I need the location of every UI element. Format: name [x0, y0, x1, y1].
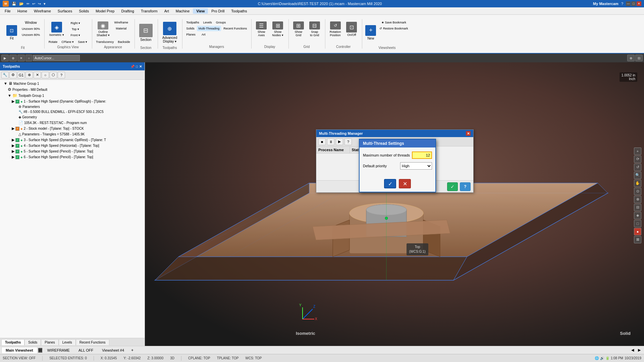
tree-node-2[interactable]: ▶ ✓ ● 2 - Stock model - [Tplane: Top] - … — [0, 126, 145, 131]
show-grid-button[interactable]: ⊞ ShowGrid — [291, 20, 306, 39]
tp-tool8[interactable]: ? — [58, 72, 65, 78]
menu-model-prep[interactable]: Model Prep — [92, 8, 118, 14]
nav-extra4[interactable]: □ — [634, 220, 641, 227]
nav-rotate1[interactable]: ⟳ — [634, 156, 641, 163]
tree-node-toolpath-group[interactable]: ▼ 📁 Toolpath Group 1 — [0, 93, 145, 99]
unzoom80-button[interactable]: Unzoom 80% — [20, 32, 42, 38]
top-view-button[interactable]: Top ▾ — [67, 26, 84, 32]
section-button[interactable]: ⊟ Section — [137, 20, 155, 45]
tree-node-5[interactable]: ▶ ✓ ● 5 - Surface High Speed (Pencil) - … — [0, 148, 145, 154]
show-nodes-button[interactable]: ⊞ ShowNodes ▾ — [270, 20, 286, 39]
nav-plus[interactable]: + — [634, 147, 641, 155]
tree-node-3[interactable]: ▶ ✓ ● 3 - Surface High Speed (Dynamic Op… — [0, 137, 145, 143]
menu-pro-drill[interactable]: Pro Drill — [208, 8, 228, 14]
tp-pin-button[interactable]: 📌 — [130, 65, 135, 68]
tp-tool4[interactable]: ⊕ — [25, 72, 33, 78]
tp-tool7[interactable]: ⬡ — [50, 72, 57, 78]
menu-surfaces[interactable]: Surfaces — [54, 8, 75, 14]
tp-tab-toolpaths[interactable]: Toolpaths — [1, 339, 24, 345]
tp-tool6[interactable]: ○ — [42, 72, 49, 78]
nav-extra3[interactable]: ◈ — [634, 212, 641, 219]
viewport[interactable]: Z X Y Isometric Solid Top (WCS:G:1) 1.00… — [145, 62, 644, 346]
toolpaths-mgr-button[interactable]: Toolpaths — [184, 20, 201, 25]
show-axes-button[interactable]: ☰ ShowAxes — [254, 20, 269, 39]
menu-solids[interactable]: Solids — [75, 8, 92, 14]
translucency-button[interactable]: Translucency — [94, 39, 115, 45]
tp-tool5[interactable]: ✕ — [34, 72, 41, 78]
right-view-button[interactable]: Right ▾ — [67, 20, 84, 26]
mt-manager-ok[interactable]: ✓ — [447, 182, 458, 191]
groups-button[interactable]: Groups — [214, 20, 228, 25]
help-icon[interactable]: ? — [621, 2, 623, 6]
nav-extra6[interactable]: ⊠ — [634, 236, 641, 243]
tp-tool1[interactable]: 🔧 — [1, 72, 9, 78]
menu-transform[interactable]: Transform — [138, 8, 161, 14]
mt-help-btn[interactable]: ? — [344, 138, 352, 145]
levels-button[interactable]: Levels — [202, 20, 214, 25]
mt-settings-cancel[interactable]: ✕ — [399, 179, 411, 188]
view-options-btn[interactable]: ⊕ — [627, 55, 635, 61]
material-button[interactable]: Material — [113, 26, 130, 31]
tp-tool2[interactable]: ⚙ — [9, 72, 17, 78]
planes-button[interactable]: Planes — [184, 32, 197, 37]
recent-functions-button[interactable]: Recent Functions — [222, 26, 249, 31]
menu-drafting[interactable]: Drafting — [118, 8, 138, 14]
nav-rotate2[interactable]: ↺ — [634, 164, 641, 171]
menu-art[interactable]: Art — [161, 8, 172, 14]
checkbox-5[interactable]: ✓ — [15, 149, 19, 154]
tab-add-btn[interactable]: + — [128, 347, 136, 354]
sub-btn1[interactable]: ▶ — [1, 55, 9, 61]
tree-node-1[interactable]: ▶ ✓ ● 1 - Surface High Speed (Dynamic Op… — [0, 99, 145, 104]
save-bookmark-button[interactable]: ★ Save Bookmark — [378, 20, 410, 25]
priority-select[interactable]: Low Normal High Realtime — [400, 162, 432, 170]
nav-extra2[interactable]: ⊟ — [634, 204, 641, 211]
checkbox-4[interactable]: ✓ — [15, 144, 19, 148]
nav-extra1[interactable]: ⊕ — [634, 196, 641, 203]
isometric-button[interactable]: ◈ Isometric ▾ — [47, 20, 66, 39]
view-toggle-btn[interactable]: ⊟ — [635, 55, 643, 61]
mt-pause-btn[interactable]: ⏸ — [327, 138, 334, 145]
tree-node-6[interactable]: ▶ ✓ ● 6 - Surface High Speed (Pencil) - … — [0, 154, 145, 160]
menu-wireframe[interactable]: Wireframe — [31, 8, 54, 14]
tree-node-tool1[interactable]: 🔧 #8 - 0.5000 BULL ENDMILL - EFPI-E5CF 5… — [0, 109, 145, 114]
menu-home[interactable]: Home — [14, 8, 31, 14]
tree-node-4[interactable]: ▶ ✓ ● 4 - Surface High Speed (Horizontal… — [0, 143, 145, 148]
autocursor-input[interactable] — [33, 55, 80, 61]
tab-scroll-left[interactable]: ◀ — [629, 347, 636, 353]
tp-tab-levels[interactable]: Levels — [59, 339, 76, 345]
nav-pan[interactable]: ✋ — [634, 180, 641, 187]
tree-node-triangles[interactable]: △ Parameters - Triangles = 57588 - 1405.… — [0, 131, 145, 137]
sub-btn4[interactable]: ○ — [25, 55, 32, 61]
mt-settings-ok[interactable]: ✓ — [384, 179, 396, 188]
tree-node-geo1[interactable]: ◈ Geometry — [0, 114, 145, 120]
advanced-display-button[interactable]: ⊕ AdvancedDisplay ▾ — [160, 20, 179, 45]
mt-play-btn[interactable]: ▶ — [336, 138, 343, 145]
mt-manager-help[interactable]: ? — [460, 182, 471, 191]
new-viewsheet-button[interactable]: + New — [364, 20, 377, 45]
nav-zoom[interactable]: 🔍 — [634, 172, 641, 179]
checkbox-1[interactable]: ✓ — [15, 100, 19, 104]
tab-all-off[interactable]: ALL OFF — [74, 347, 98, 353]
nav-home[interactable]: ⊙ — [634, 188, 641, 195]
menu-machine[interactable]: Machine — [172, 8, 193, 14]
restore-bookmark-button[interactable]: ↺ Restore Bookmark — [378, 26, 410, 31]
tp-tab-solids[interactable]: Solids — [24, 339, 41, 345]
menu-file[interactable]: File — [1, 8, 14, 14]
art-button[interactable]: Art — [198, 32, 209, 37]
unzoom90-button[interactable]: Unzoom 90% — [20, 26, 42, 32]
save-view-button[interactable]: Save ▾ — [76, 39, 89, 45]
max-threads-input[interactable] — [412, 152, 432, 159]
tab-wireframe[interactable]: WIREFRAME — [43, 347, 74, 353]
tree-node-machine[interactable]: ▼ 🖥 Machine Group 1 — [0, 80, 145, 86]
menu-view[interactable]: View — [193, 8, 208, 14]
menu-toolpaths[interactable]: Toolpaths — [228, 8, 250, 14]
fit-button[interactable]: ⊡ Fit — [4, 20, 19, 45]
cplane-button[interactable]: CPlane ▾ — [60, 39, 75, 45]
tp-close-button[interactable]: ✕ — [139, 65, 142, 68]
snap-to-grid-button[interactable]: ⊟ Snapto Grid — [307, 20, 322, 39]
rotation-position-button[interactable]: ↺ RotationPosition — [327, 20, 343, 39]
tree-node-params1[interactable]: ⚙ Parameters — [0, 104, 145, 109]
wireframe-button[interactable]: Wireframe — [113, 20, 130, 25]
tp-tool3[interactable]: G1 — [17, 72, 25, 78]
checkbox-6[interactable]: ✓ — [15, 155, 19, 159]
